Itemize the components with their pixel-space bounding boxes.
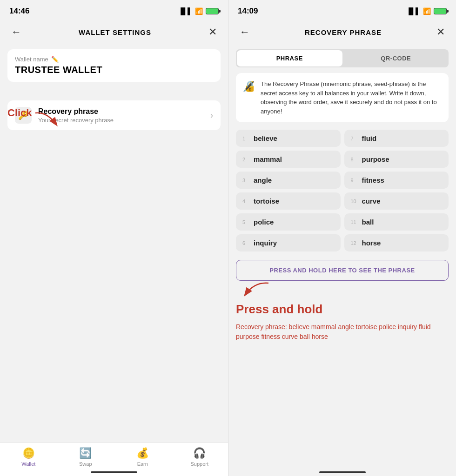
phrase-word-2: mammal bbox=[254, 155, 282, 163]
right-status-icons: ▐▌▌ 📶 bbox=[406, 7, 447, 15]
right-wifi-icon: 📶 bbox=[423, 7, 431, 15]
phrase-item-3: 3angle bbox=[236, 172, 341, 189]
earn-nav-label: Earn bbox=[137, 461, 148, 467]
press-hold-annotation: Press and hold bbox=[236, 281, 449, 317]
lock-key-icon: 🔏 bbox=[242, 80, 255, 93]
phrase-word-12: horse bbox=[362, 239, 381, 247]
phrase-item-7: 7fluid bbox=[344, 130, 449, 147]
recovery-left: 🔑 Recovery phrase Your secret recovery p… bbox=[15, 107, 114, 124]
edit-icon[interactable]: ✏️ bbox=[51, 56, 59, 63]
phrase-word-11: ball bbox=[362, 218, 374, 226]
right-battery-icon bbox=[434, 8, 447, 14]
swap-nav-icon: 🔄 bbox=[79, 447, 92, 459]
signal-icon: ▐▌▌ bbox=[178, 7, 192, 15]
phrase-item-9: 9fitness bbox=[344, 172, 449, 189]
recovery-icon-wrap: 🔑 bbox=[15, 107, 32, 124]
left-close-button[interactable]: ✕ bbox=[207, 24, 219, 40]
right-nav-title: RECOVERY PHRASE bbox=[305, 28, 382, 36]
phrase-item-1: 1believe bbox=[236, 130, 341, 147]
phrase-num-7: 7 bbox=[351, 136, 358, 141]
nav-item-earn[interactable]: 💰 Earn bbox=[128, 447, 156, 467]
left-status-icons: ▐▌▌ 📶 bbox=[178, 7, 219, 15]
support-nav-icon: 🎧 bbox=[193, 447, 206, 459]
left-status-bar: 14:46 ▐▌▌ 📶 bbox=[0, 0, 228, 20]
phrase-word-7: fluid bbox=[362, 134, 377, 142]
home-indicator-right bbox=[319, 471, 366, 473]
chevron-right-icon: › bbox=[210, 111, 213, 120]
left-nav-title: WALLET SETTINGS bbox=[79, 28, 151, 36]
phrase-num-3: 3 bbox=[242, 178, 250, 183]
tab-qrcode[interactable]: QR-CODE bbox=[343, 49, 449, 67]
recovery-subtitle: Your secret recovery phrase bbox=[38, 117, 114, 124]
support-nav-label: Support bbox=[190, 461, 208, 467]
phrase-word-5: police bbox=[254, 218, 274, 226]
phrase-num-10: 10 bbox=[351, 198, 358, 204]
phrase-word-10: curve bbox=[362, 197, 381, 205]
phrase-item-11: 11ball bbox=[344, 213, 449, 231]
press-hold-arrow bbox=[236, 281, 273, 299]
phrase-num-8: 8 bbox=[351, 157, 358, 162]
wallet-name-value: TRUSTEE WALLET bbox=[15, 65, 213, 75]
recovery-title: Recovery phrase bbox=[38, 107, 114, 116]
phrase-word-1: believe bbox=[254, 134, 277, 142]
phrase-word-8: purpose bbox=[362, 155, 389, 163]
phrase-num-4: 4 bbox=[242, 198, 250, 204]
swap-nav-label: Swap bbox=[79, 461, 92, 467]
phrase-word-9: fitness bbox=[362, 176, 384, 184]
phrase-item-5: 5police bbox=[236, 213, 341, 231]
phrase-num-1: 1 bbox=[242, 136, 250, 141]
phrase-item-10: 10curve bbox=[344, 192, 449, 210]
recovery-result: Recovery phrase: believe mammal angle to… bbox=[236, 322, 449, 342]
wallet-nav-label: Wallet bbox=[21, 461, 35, 467]
press-hold-text: Press and hold bbox=[236, 302, 449, 317]
phrase-item-4: 4tortoise bbox=[236, 192, 341, 210]
info-text: The Recovery Phrase (mnemonic phrase, se… bbox=[261, 79, 442, 116]
wallet-nav-icon: 🪙 bbox=[22, 447, 35, 459]
phrase-num-6: 6 bbox=[242, 240, 250, 246]
phrase-item-6: 6inquiry bbox=[236, 234, 341, 251]
phrase-grid: 1believe7fluid2mammal8purpose3angle9fitn… bbox=[236, 130, 449, 251]
right-close-button[interactable]: ✕ bbox=[435, 24, 447, 40]
right-status-bar: 14:09 ▐▌▌ 📶 bbox=[228, 0, 456, 20]
tab-phrase[interactable]: PHRASE bbox=[237, 50, 342, 66]
wallet-name-card: Wallet name ✏️ TRUSTEE WALLET bbox=[7, 49, 221, 82]
right-back-button[interactable]: ← bbox=[238, 24, 252, 40]
nav-item-wallet[interactable]: 🪙 Wallet bbox=[14, 447, 42, 467]
recovery-text-wrap: Recovery phrase Your secret recovery phr… bbox=[38, 107, 114, 124]
left-panel: 14:46 ▐▌▌ 📶 ← WALLET SETTINGS ✕ Wallet n… bbox=[0, 0, 228, 476]
info-box: 🔏 The Recovery Phrase (mnemonic phrase, … bbox=[236, 73, 449, 122]
recovery-phrase-row[interactable]: 🔑 Recovery phrase Your secret recovery p… bbox=[7, 100, 221, 130]
phrase-num-5: 5 bbox=[242, 219, 250, 225]
right-signal-icon: ▐▌▌ bbox=[406, 7, 420, 15]
phrase-num-12: 12 bbox=[351, 240, 358, 246]
battery-icon bbox=[206, 8, 219, 14]
phrase-item-12: 12horse bbox=[344, 234, 449, 251]
right-nav-bar: ← RECOVERY PHRASE ✕ bbox=[228, 20, 456, 46]
key-icon: 🔑 bbox=[18, 110, 28, 120]
phrase-item-2: 2mammal bbox=[236, 151, 341, 168]
wallet-name-label: Wallet name ✏️ bbox=[15, 56, 213, 63]
phrase-word-3: angle bbox=[254, 176, 272, 184]
nav-item-support[interactable]: 🎧 Support bbox=[186, 447, 214, 467]
tab-bar: PHRASE QR-CODE bbox=[236, 49, 449, 67]
right-time: 14:09 bbox=[238, 7, 258, 16]
phrase-word-6: inquiry bbox=[254, 239, 277, 247]
right-panel: 14:09 ▐▌▌ 📶 ← RECOVERY PHRASE ✕ PHRASE Q… bbox=[228, 0, 456, 476]
phrase-num-9: 9 bbox=[351, 178, 358, 183]
nav-item-swap[interactable]: 🔄 Swap bbox=[72, 447, 100, 467]
phrase-word-4: tortoise bbox=[254, 197, 279, 205]
phrase-num-11: 11 bbox=[351, 219, 358, 225]
phrase-item-8: 8purpose bbox=[344, 151, 449, 168]
left-back-button[interactable]: ← bbox=[9, 24, 23, 40]
wifi-icon: 📶 bbox=[195, 7, 203, 15]
left-nav-bar: ← WALLET SETTINGS ✕ bbox=[0, 20, 228, 46]
earn-nav-icon: 💰 bbox=[136, 447, 149, 459]
left-time: 14:46 bbox=[9, 7, 29, 16]
home-indicator-left bbox=[91, 471, 137, 473]
press-hold-button[interactable]: PRESS AND HOLD HERE TO SEE THE PHRASE bbox=[236, 260, 449, 281]
phrase-num-2: 2 bbox=[242, 157, 250, 162]
